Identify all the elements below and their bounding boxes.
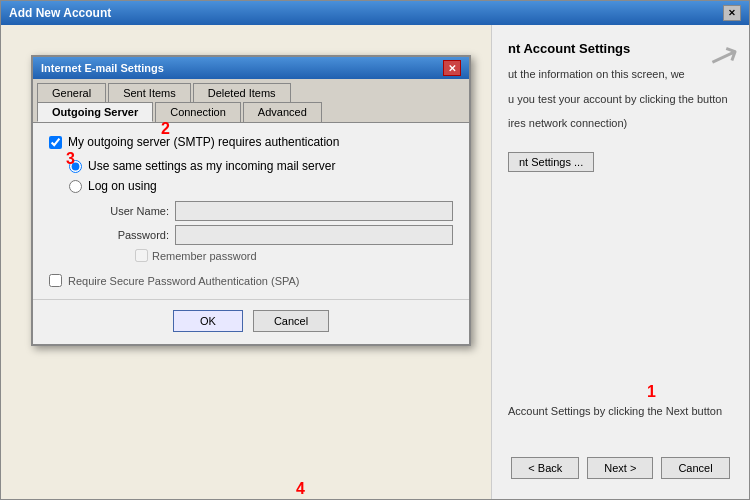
tab-connection[interactable]: Connection bbox=[155, 102, 241, 122]
inner-title: Internet E-mail Settings bbox=[41, 62, 164, 74]
tabs-row-2: Outgoing Server Connection Advanced bbox=[33, 102, 469, 123]
tab-general[interactable]: General bbox=[37, 83, 106, 102]
outer-titlebar-controls: ✕ bbox=[723, 5, 741, 21]
tab-sent-items[interactable]: Sent Items bbox=[108, 83, 191, 102]
password-row: Password: bbox=[89, 225, 453, 245]
spa-row: Require Secure Password Authentication (… bbox=[49, 274, 453, 287]
wizard-text-3: ires network connection) bbox=[508, 115, 733, 132]
spa-checkbox[interactable] bbox=[49, 274, 62, 287]
wizard-bottom-text: Account Settings by clicking the Next bu… bbox=[508, 403, 733, 420]
dialog-footer: OK Cancel bbox=[33, 299, 469, 344]
same-settings-row: Use same settings as my incoming mail se… bbox=[69, 159, 453, 173]
outer-window: Add New Account ✕ Internet E-mail Settin… bbox=[0, 0, 750, 500]
wizard-text-1: ut the information on this screen, we bbox=[508, 66, 733, 83]
wizard-text-2: u you test your account by clicking the … bbox=[508, 91, 733, 108]
wizard-title: nt Account Settings bbox=[508, 41, 733, 56]
wizard-cancel-button[interactable]: Cancel bbox=[661, 457, 729, 479]
back-button[interactable]: < Back bbox=[511, 457, 579, 479]
annotation-4: 4 bbox=[296, 480, 305, 498]
outer-titlebar: Add New Account ✕ bbox=[1, 1, 749, 25]
cancel-button[interactable]: Cancel bbox=[253, 310, 329, 332]
remember-checkbox[interactable] bbox=[135, 249, 148, 262]
more-settings-button[interactable]: nt Settings ... bbox=[508, 152, 594, 172]
remember-row: Remember password bbox=[135, 249, 453, 262]
ok-button[interactable]: OK bbox=[173, 310, 243, 332]
radio-group: Use same settings as my incoming mail se… bbox=[69, 159, 453, 193]
next-button[interactable]: Next > bbox=[587, 457, 653, 479]
dialog-body: My outgoing server (SMTP) requires authe… bbox=[33, 123, 469, 299]
field-group: User Name: Password: bbox=[89, 201, 453, 245]
outer-content: Internet E-mail Settings ✕ General Sent … bbox=[1, 25, 749, 499]
tab-outgoing-server[interactable]: Outgoing Server bbox=[37, 102, 153, 122]
username-input[interactable] bbox=[175, 201, 453, 221]
username-label: User Name: bbox=[89, 205, 169, 217]
outer-close-btn[interactable]: ✕ bbox=[723, 5, 741, 21]
inner-close-btn[interactable]: ✕ bbox=[443, 60, 461, 76]
smtp-auth-row: My outgoing server (SMTP) requires authe… bbox=[49, 135, 453, 149]
annotation-1: 1 bbox=[647, 383, 656, 401]
dialog-area: Internet E-mail Settings ✕ General Sent … bbox=[1, 25, 491, 499]
inner-dialog: Internet E-mail Settings ✕ General Sent … bbox=[31, 55, 471, 346]
wizard-bottom-btns: < Back Next > Cancel bbox=[492, 457, 749, 479]
wizard-panel: ↗ nt Account Settings ut the information… bbox=[491, 25, 749, 499]
outer-title: Add New Account bbox=[9, 6, 111, 20]
tab-advanced[interactable]: Advanced bbox=[243, 102, 322, 122]
inner-titlebar: Internet E-mail Settings ✕ bbox=[33, 57, 469, 79]
same-settings-label: Use same settings as my incoming mail se… bbox=[88, 159, 335, 173]
remember-label: Remember password bbox=[152, 250, 257, 262]
logon-radio[interactable] bbox=[69, 180, 82, 193]
smtp-auth-label: My outgoing server (SMTP) requires authe… bbox=[68, 135, 339, 149]
password-input[interactable] bbox=[175, 225, 453, 245]
same-settings-radio[interactable] bbox=[69, 160, 82, 173]
username-row: User Name: bbox=[89, 201, 453, 221]
tabs-row-1: General Sent Items Deleted Items bbox=[33, 79, 469, 102]
logon-label: Log on using bbox=[88, 179, 157, 193]
tab-deleted-items[interactable]: Deleted Items bbox=[193, 83, 291, 102]
password-label: Password: bbox=[89, 229, 169, 241]
logon-row: Log on using bbox=[69, 179, 453, 193]
smtp-auth-checkbox[interactable] bbox=[49, 136, 62, 149]
spa-label: Require Secure Password Authentication (… bbox=[68, 275, 300, 287]
